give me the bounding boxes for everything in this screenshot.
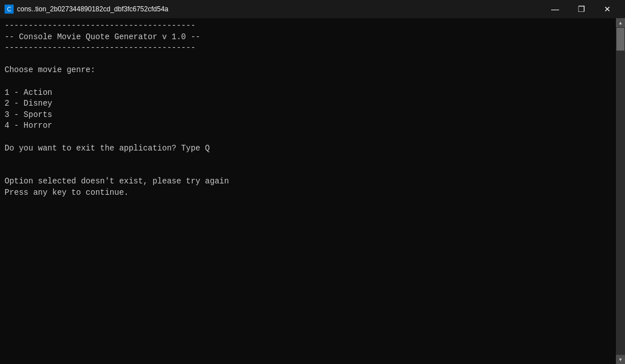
window-title: cons..tion_2b027344890182cd_dbf3fc6752cf… [17, 5, 168, 13]
window-controls: — ❐ ✕ [542, 0, 620, 18]
title-bar: C cons..tion_2b027344890182cd_dbf3fc6752… [0, 0, 625, 18]
scrollbar-thumb[interactable] [616, 28, 624, 51]
scrollbar-track[interactable] [616, 27, 625, 355]
scrollbar[interactable]: ▲ ▼ [616, 18, 625, 364]
title-bar-left: C cons..tion_2b027344890182cd_dbf3fc6752… [5, 5, 168, 14]
app-icon-label: C [7, 6, 11, 12]
scroll-down-button[interactable]: ▼ [616, 355, 625, 364]
console-output: ----------------------------------------… [0, 18, 616, 364]
console-text: ----------------------------------------… [5, 20, 611, 199]
console-window: C cons..tion_2b027344890182cd_dbf3fc6752… [0, 0, 625, 364]
app-icon: C [5, 5, 14, 14]
restore-button[interactable]: ❐ [568, 0, 594, 18]
close-button[interactable]: ✕ [594, 0, 620, 18]
console-area: ----------------------------------------… [0, 18, 625, 364]
minimize-button[interactable]: — [542, 0, 568, 18]
scroll-up-button[interactable]: ▲ [616, 18, 625, 27]
